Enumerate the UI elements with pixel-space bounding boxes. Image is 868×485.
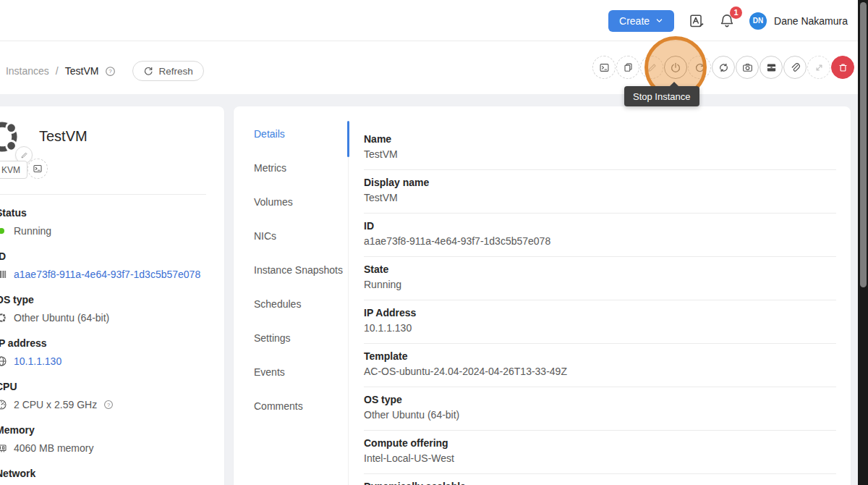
create-button[interactable]: Create	[608, 10, 674, 32]
trash-icon	[838, 62, 848, 73]
barcode-icon	[0, 269, 7, 280]
edit-button[interactable]	[640, 56, 663, 79]
tab-nics[interactable]: NICs	[234, 219, 348, 253]
refresh-icon	[143, 66, 153, 76]
tab-events[interactable]: Events	[234, 355, 348, 389]
translate-a-icon	[689, 13, 705, 29]
terminal-icon	[33, 164, 43, 174]
ip-address-link[interactable]: 10.1.1.130	[14, 354, 61, 368]
detail-row-compute-offering: Compute offering Intel-Local-US-West	[364, 431, 836, 474]
copy-icon	[623, 62, 634, 73]
memory-chip-icon	[0, 442, 7, 454]
stop-instance-button[interactable]	[664, 56, 687, 79]
breadcrumb: / Instances / TestVM ? Refresh	[0, 61, 204, 81]
project-switch-button[interactable]	[689, 13, 705, 29]
active-tab-indicator	[347, 121, 349, 157]
app-window: Create	[0, 0, 868, 485]
copy-button[interactable]	[616, 56, 639, 79]
os-type-value: Other Ubuntu (64-bit)	[14, 311, 109, 325]
field-network: Network	[0, 468, 205, 480]
pencil-icon	[647, 62, 658, 73]
field-cpu: CPU 2 CPU x 2.59 GHz ?	[0, 381, 205, 412]
status-value: Running	[14, 224, 51, 238]
terminal-icon	[599, 62, 610, 73]
field-status: Status Running	[0, 207, 205, 238]
chevron-down-icon	[655, 17, 663, 25]
detail-row-display-name: Display name TestVM	[364, 170, 836, 214]
details-panel: Name TestVM Display name TestVM ID a1ae7…	[364, 127, 836, 485]
restore-button[interactable]	[712, 56, 735, 79]
create-button-label: Create	[619, 15, 650, 27]
status-dot-icon	[0, 228, 4, 234]
field-os-type: OS type Other Ubuntu (64-bit)	[0, 294, 205, 325]
sync-icon	[718, 62, 729, 73]
notification-badge: 1	[730, 7, 742, 19]
arrows-diagonal-icon	[814, 62, 825, 73]
view-console-button[interactable]	[592, 56, 616, 79]
gauge-icon	[0, 399, 7, 410]
hypervisor-tag: KVM	[0, 161, 27, 179]
detail-row-template: Template AC-OS-ubuntu-24.04-2024-04-26T1…	[364, 344, 836, 387]
instance-id-link[interactable]: a1ae73f8-911a-4e64-93f7-1d3c5b57e078	[14, 267, 200, 282]
power-icon	[670, 62, 681, 73]
tab-metrics[interactable]: Metrics	[234, 151, 348, 185]
field-ip-address: IP address 10.1.1.130	[0, 337, 205, 368]
tab-comments[interactable]: Comments	[234, 389, 348, 423]
globe-icon	[0, 355, 7, 367]
reboot-button[interactable]	[688, 56, 711, 79]
refresh-button[interactable]: Refresh	[132, 61, 203, 81]
detail-row-ip-address: IP Address 10.1.1.130	[364, 300, 836, 344]
console-button[interactable]	[27, 159, 48, 179]
notifications-button[interactable]: 1	[719, 13, 735, 29]
scrollbar-track[interactable]	[858, 0, 868, 485]
instance-detail-card: Details Metrics Volumes NICs Instance Sn…	[234, 106, 851, 485]
tab-details[interactable]: Details	[234, 117, 348, 151]
scrollbar-thumb[interactable]	[860, 2, 867, 287]
svg-text:?: ?	[109, 68, 113, 75]
stop-instance-tooltip: Stop Instance	[624, 86, 699, 106]
instance-summary-card: TestVM KVM Status Running ID	[0, 106, 224, 485]
tab-instance-snapshots[interactable]: Instance Snapshots	[234, 253, 348, 287]
field-id: ID a1ae73f8-911a-4e64-93f7-1d3c5b57e078	[0, 250, 205, 282]
camera-icon	[742, 62, 753, 73]
help-circle-icon[interactable]: ?	[105, 66, 116, 77]
tab-volumes[interactable]: Volumes	[234, 185, 348, 219]
migrate-button[interactable]	[807, 56, 830, 79]
tab-settings[interactable]: Settings	[234, 321, 348, 355]
tab-schedules[interactable]: Schedules	[234, 287, 348, 321]
avatar[interactable]: DN	[749, 12, 767, 30]
snapshot-button[interactable]	[736, 56, 759, 79]
storage-box-icon	[766, 62, 777, 73]
paperclip-icon	[790, 62, 801, 73]
reload-icon	[694, 62, 705, 73]
detail-row-os-type: OS type Other Ubuntu (64-bit)	[364, 387, 836, 431]
detail-row-name: Name TestVM	[364, 127, 836, 170]
help-circle-icon[interactable]: ?	[103, 400, 114, 410]
detail-row-id: ID a1ae73f8-911a-4e64-93f7-1d3c5b57e078	[364, 214, 836, 257]
instance-actions-toolbar	[592, 56, 854, 79]
field-memory: Memory 4060 MB memory	[0, 424, 205, 455]
breadcrumb-instances[interactable]: Instances	[6, 65, 49, 77]
tabs-divider	[348, 121, 349, 485]
divider	[0, 194, 206, 195]
memory-value: 4060 MB memory	[14, 441, 93, 455]
destroy-instance-button[interactable]	[831, 56, 854, 79]
storage-snapshot-button[interactable]	[760, 56, 783, 79]
refresh-button-label: Refresh	[158, 66, 192, 77]
svg-text:?: ?	[107, 402, 110, 408]
ubuntu-logo-icon	[0, 312, 7, 324]
user-name[interactable]: Dane Nakamura	[774, 15, 848, 27]
pencil-icon	[20, 151, 28, 159]
detail-row-dynamically-scalable: Dynamically scalable	[364, 474, 836, 485]
breadcrumb-current: TestVM	[65, 65, 99, 77]
cpu-value: 2 CPU x 2.59 GHz	[14, 397, 97, 412]
detail-tabs: Details Metrics Volumes NICs Instance Sn…	[234, 117, 348, 423]
detail-row-state: State Running	[364, 257, 836, 300]
attach-iso-button[interactable]	[783, 56, 807, 79]
instance-title: TestVM	[39, 128, 88, 145]
breadcrumb-separator: /	[56, 65, 59, 77]
top-header: Create	[0, 0, 868, 41]
